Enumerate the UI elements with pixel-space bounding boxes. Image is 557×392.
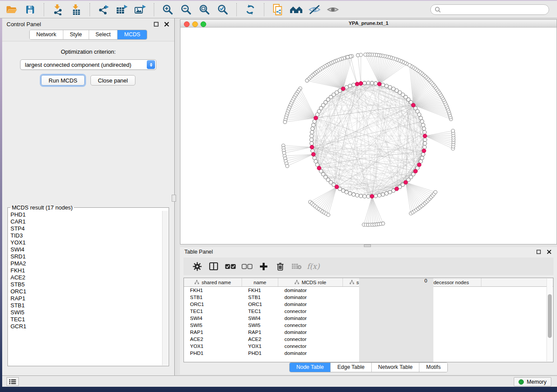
mcds-result-item[interactable]: PMA2 [10,260,163,267]
mcds-result-item[interactable]: ORC1 [10,288,163,295]
column-header-shared-name[interactable]: shared name [184,278,242,286]
close-table-panel-button[interactable] [546,248,553,255]
copy-document-button[interactable] [270,3,285,17]
table-settings-button[interactable] [189,260,205,273]
table-row[interactable]: PHD1PHD1dominator180 [184,350,553,357]
cell-mcds-role: dominator [278,288,343,293]
zoom-in-icon [162,4,173,15]
export-image-icon [134,4,146,15]
zoom-out-button[interactable] [179,3,194,17]
mcds-result-item[interactable]: TID3 [10,232,163,239]
export-table-button[interactable] [114,3,129,17]
tab-network[interactable]: Network [30,30,63,39]
export-network-button[interactable] [96,3,111,17]
run-mcds-button[interactable]: Run MCDS [41,75,85,86]
cell-mcds-role: dominator [278,330,343,335]
table-tab-network-table[interactable]: Network Table [372,363,420,372]
control-tab-bar: NetworkStyleSelectMCDS [2,30,174,41]
mcds-result-item[interactable]: STB1 [10,302,163,309]
scrollbar-thumb[interactable] [548,294,552,338]
plus-icon [259,262,268,271]
export-image-button[interactable] [133,3,148,17]
mcds-result-item[interactable]: FKH1 [10,267,163,274]
close-panel-button[interactable] [163,21,170,28]
table-tab-edge-table[interactable]: Edge Table [331,363,371,372]
tab-mcds[interactable]: MCDS [118,30,147,39]
import-network-icon [52,4,63,15]
criterion-value: largest connected component (undirected) [25,62,147,68]
hide-eye-button[interactable] [307,3,322,17]
toolbar-separator [236,3,237,16]
column-type-icon [349,280,354,285]
import-network-button[interactable] [50,3,65,17]
table-tab-motifs[interactable]: Motifs [419,363,447,372]
mcds-result-item[interactable]: TEC1 [10,316,163,323]
cell-name: FKH1 [242,288,278,293]
task-history-button[interactable] [7,377,19,386]
float-icon [536,250,541,254]
close-icon [164,22,169,27]
open-folder-icon [6,4,18,15]
tab-style[interactable]: Style [63,30,89,39]
main-toolbar [0,1,557,18]
save-button[interactable] [23,3,38,17]
table-scrollbar[interactable] [547,279,553,361]
control-panel-header: Control Panel [2,18,174,30]
close-panel-action-button[interactable]: Close panel [90,75,135,86]
mcds-result-item[interactable]: SRD1 [10,253,163,260]
zoom-selected-button[interactable] [215,3,230,17]
mcds-result-item[interactable]: STP4 [10,225,163,232]
refresh-button[interactable] [243,3,258,17]
cell-predecessor-nodes: 0 [359,278,433,362]
float-table-panel-button[interactable] [535,248,542,255]
network-graph[interactable] [180,28,557,244]
mcds-result-item[interactable]: PHD1 [10,211,163,218]
cell-mcds-role: dominator [278,302,343,307]
mcds-result-item[interactable]: CAR1 [10,218,163,225]
import-table-button[interactable] [69,3,83,17]
result-scrollbar[interactable] [162,211,168,365]
show-eye-button[interactable] [325,3,340,17]
column-header-mcds-role[interactable]: MCDS role [278,278,343,286]
mcds-result-item[interactable]: RAP1 [10,295,163,302]
memory-button[interactable]: Memory [514,377,551,386]
add-column-button[interactable] [255,260,272,273]
cell-name: TEC1 [242,309,278,314]
cell-shared-name: FKH1 [184,288,242,293]
mcds-result-list[interactable]: PHD1CAR1STP4TID3YOX1SWI4SRD1PMA2FKH1ACE2… [8,211,163,365]
network-canvas[interactable] [180,28,557,244]
zoom-out-icon [180,4,192,15]
mcds-result-item[interactable]: SWI5 [10,309,163,316]
cell-shared-name: SWI5 [184,323,242,328]
show-columns-button[interactable] [205,260,222,273]
column-header-name[interactable]: name [242,278,278,286]
home-pair-button[interactable] [289,3,304,17]
zoom-fit-button[interactable] [197,3,212,17]
delete-column-button[interactable] [272,260,288,273]
mcds-result-item[interactable]: STB5 [10,281,163,288]
deselect-all-button[interactable] [239,260,255,273]
table-tab-node-table[interactable]: Node Table [290,363,331,372]
toolbar-separator [44,3,44,16]
open-file-button[interactable] [4,3,19,17]
columns-icon [209,262,218,271]
zoom-in-button[interactable] [160,3,175,17]
select-all-button[interactable] [222,260,239,273]
toolbar-separator [154,3,154,16]
zoom-selected-icon [217,4,228,15]
panel-splitter-grip[interactable] [172,195,176,202]
cell-name: ACE2 [242,337,278,342]
status-bar: Memory [2,375,557,387]
tab-select[interactable]: Select [89,30,118,39]
column-type-icon [294,280,299,285]
criterion-select[interactable]: largest connected component (undirected) [20,59,156,70]
select-all-icon [225,264,236,269]
search-input[interactable] [443,6,545,13]
control-tabs: NetworkStyleSelectMCDS [29,30,147,40]
float-icon [154,22,159,27]
mcds-result-item[interactable]: ACE2 [10,274,163,281]
mcds-result-item[interactable]: YOX1 [10,239,163,246]
mcds-result-item[interactable]: GCR1 [10,323,163,330]
mcds-result-item[interactable]: SWI4 [10,246,163,253]
float-panel-button[interactable] [152,21,159,28]
